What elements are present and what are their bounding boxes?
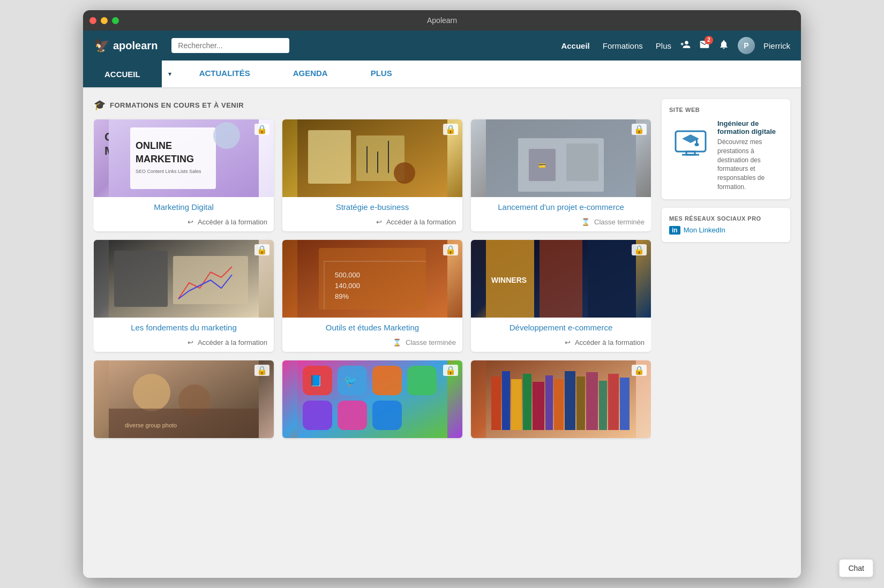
- svg-rect-32: [588, 240, 636, 318]
- navbar: 🦅 apolearn Accueil Formations Plus 2 P P: [83, 31, 801, 61]
- course-card-fondements[interactable]: 🔒 Les fondements du marketing ↩ Accéder …: [94, 240, 274, 352]
- course-card-ecommerce[interactable]: 💳 🔒 Lancement d'un projet e-commerce ⌛ C…: [471, 119, 651, 231]
- course-thumbnail-fondements: 🔒: [94, 240, 274, 318]
- svg-rect-52: [511, 379, 522, 430]
- nav-link-formations[interactable]: Formations: [603, 41, 643, 50]
- svg-text:89%: 89%: [335, 292, 349, 300]
- course-title-marketing: Marketing Digital: [94, 197, 274, 215]
- course-title-strategy: Stratégie e-business: [282, 197, 462, 215]
- course-thumbnail-bottom3: 🔒: [471, 360, 651, 438]
- minimize-button[interactable]: [101, 17, 108, 24]
- lock-icon: 🔒: [443, 124, 458, 135]
- course-thumbnail-bottom1: diverse group photo 🔒: [94, 360, 274, 438]
- site-web-heading[interactable]: Ingénieur de formation digitale: [717, 119, 783, 135]
- course-thumbnail-outils: 500,000 140,000 89% 🔒: [282, 240, 462, 318]
- course-thumbnail-marketing: ONLINE MARKETING SEO Content Links Lists…: [94, 119, 274, 197]
- nav-icons: 2 P Pierrick: [680, 37, 790, 54]
- linkedin-badge: in: [669, 226, 680, 235]
- lock-icon: 🔒: [254, 365, 269, 376]
- app-window: Apolearn 🦅 apolearn Accueil Formations P…: [83, 10, 801, 578]
- svg-text:140,000: 140,000: [335, 282, 360, 290]
- svg-rect-50: [491, 376, 501, 430]
- thumb-photo: 📘 🐦: [282, 360, 462, 438]
- thumb-photo: 500,000 140,000 89%: [282, 240, 462, 318]
- course-action-strategy[interactable]: ↩ Accéder à la formation: [282, 215, 462, 231]
- tab-agenda[interactable]: AGENDA: [272, 61, 349, 87]
- thumb-photo: [471, 360, 651, 438]
- tab-dropdown-icon[interactable]: ▾: [162, 61, 178, 87]
- content-area: 🎓 FORMATIONS EN COURS ET À VENIR ONLINE: [94, 99, 651, 578]
- message-badge: 2: [705, 36, 713, 44]
- svg-rect-46: [372, 401, 402, 430]
- course-card-dev[interactable]: WINNERS 🔒 Développement e-commerce ↩ Acc…: [471, 240, 651, 352]
- course-action-marketing[interactable]: ↩ Accéder à la formation: [94, 215, 274, 231]
- svg-rect-54: [533, 382, 544, 430]
- svg-point-68: [695, 143, 699, 146]
- svg-rect-17: [566, 144, 598, 181]
- logo-icon: 🦅: [94, 38, 110, 53]
- site-web-text: Ingénieur de formation digitale Découvre…: [717, 119, 783, 192]
- course-card-outils[interactable]: 500,000 140,000 89% 🔒 Outils et études M…: [282, 240, 462, 352]
- course-thumbnail-strategy: 🔒: [282, 119, 462, 197]
- linkedin-link[interactable]: in Mon LinkedIn: [669, 226, 783, 235]
- site-web-content: Ingénieur de formation digitale Découvre…: [669, 119, 783, 192]
- sidebar-site-web-title: SITE WEB: [669, 107, 783, 113]
- svg-text:MARKETING: MARKETING: [136, 154, 194, 164]
- svg-text:📘: 📘: [309, 374, 323, 387]
- site-web-icon: [669, 119, 712, 162]
- course-card-marketing[interactable]: ONLINE MARKETING SEO Content Links Lists…: [94, 119, 274, 231]
- section-title: FORMATIONS EN COURS ET À VENIR: [110, 101, 244, 109]
- svg-rect-59: [586, 372, 598, 430]
- course-card-bottom3[interactable]: 🔒: [471, 360, 651, 438]
- course-card-bottom1[interactable]: diverse group photo 🔒: [94, 360, 274, 438]
- tab-bar: ACCUEIL ▾ ACTUALITÉS AGENDA PLUS: [83, 61, 801, 88]
- course-action-fondements[interactable]: ↩ Accéder à la formation: [94, 335, 274, 352]
- thumb-photo: [94, 240, 274, 318]
- logo-text[interactable]: apolearn: [113, 40, 158, 52]
- svg-rect-20: [114, 251, 168, 307]
- svg-rect-53: [523, 374, 531, 430]
- course-action-dev[interactable]: ↩ Accéder à la formation: [471, 335, 651, 352]
- svg-text:diverse group photo: diverse group photo: [125, 422, 177, 428]
- lock-icon: 🔒: [632, 365, 647, 376]
- svg-rect-60: [599, 381, 607, 430]
- section-header: 🎓 FORMATIONS EN COURS ET À VENIR: [94, 99, 651, 111]
- course-card-strategy[interactable]: 🔒 Stratégie e-business ↩ Accéder à la fo…: [282, 119, 462, 231]
- nav-link-plus[interactable]: Plus: [656, 41, 671, 50]
- course-title-ecommerce: Lancement d'un projet e-commerce: [471, 197, 651, 215]
- svg-point-9: [394, 162, 415, 184]
- course-action-ecommerce: ⌛ Classe terminée: [471, 215, 651, 231]
- username-label[interactable]: Pierrick: [763, 41, 790, 50]
- window-title: Apolearn: [427, 16, 457, 25]
- course-title-dev: Développement e-commerce: [471, 318, 651, 335]
- tab-actualites[interactable]: ACTUALITÉS: [178, 61, 272, 87]
- lock-icon: 🔒: [632, 244, 647, 255]
- thumb-photo: diverse group photo: [94, 360, 274, 438]
- svg-rect-55: [545, 375, 553, 430]
- maximize-button[interactable]: [112, 17, 119, 24]
- nav-link-accueil[interactable]: Accueil: [561, 41, 589, 50]
- notifications-icon[interactable]: [718, 39, 729, 52]
- graduation-section-icon: 🎓: [94, 99, 106, 111]
- svg-text:500,000: 500,000: [335, 271, 360, 279]
- messages-icon[interactable]: 2: [699, 39, 710, 52]
- svg-point-5: [213, 122, 240, 149]
- tab-plus[interactable]: PLUS: [349, 61, 414, 87]
- svg-point-35: [133, 374, 170, 411]
- svg-text:WINNERS: WINNERS: [491, 276, 527, 284]
- course-action-outils: ⌛ Classe terminée: [282, 335, 462, 352]
- social-label: MES RÉSEAUX SOCIAUX PRO: [669, 215, 783, 222]
- title-bar: Apolearn: [83, 10, 801, 31]
- svg-rect-61: [608, 374, 619, 430]
- search-input[interactable]: [171, 38, 289, 53]
- svg-rect-42: [372, 366, 402, 395]
- course-thumbnail-ecommerce: 💳 🔒: [471, 119, 651, 197]
- avatar-image: P: [738, 37, 755, 54]
- tab-accueil[interactable]: ACCUEIL: [83, 61, 162, 87]
- avatar[interactable]: P: [738, 37, 755, 54]
- course-card-bottom2[interactable]: 📘 🐦 🔒: [282, 360, 462, 438]
- add-user-icon[interactable]: [680, 39, 691, 52]
- svg-rect-44: [303, 401, 332, 430]
- close-button[interactable]: [89, 17, 96, 24]
- course-title-outils: Outils et études Marketing: [282, 318, 462, 335]
